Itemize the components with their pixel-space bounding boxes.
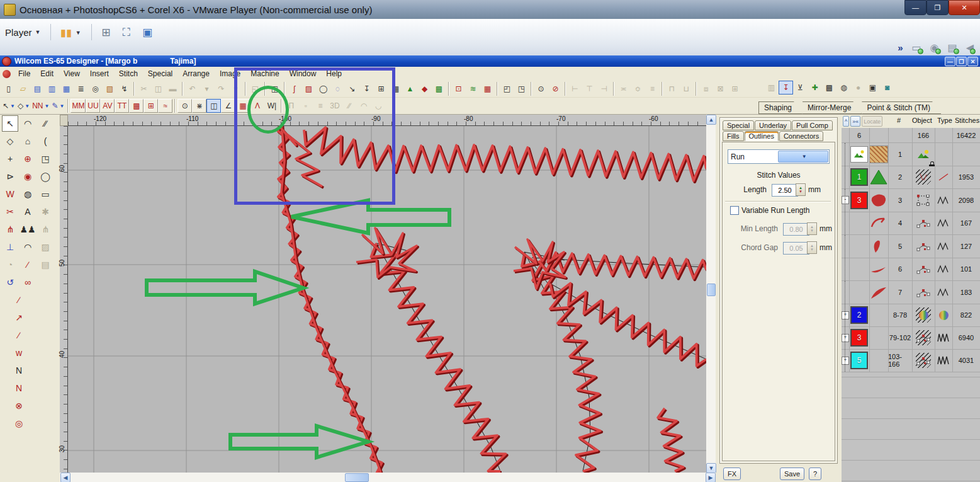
tool-team-people[interactable]: ♟♟ [20,221,36,238]
fan-stitch-icon[interactable]: ⋇ [192,99,206,113]
hard-disk-icon[interactable]: ▭ [911,42,921,54]
object-row-7[interactable]: 7183 [842,281,980,304]
object-icon-landscape[interactable] [912,143,935,166]
scroll-up-button[interactable]: ▲ [706,115,716,125]
vertical-scroll-thumb[interactable] [707,284,716,296]
object-icon-hatch-curve[interactable] [912,350,935,372]
needle-dark-icon[interactable]: ⊻ [793,81,808,95]
menu-arrange[interactable]: Arrange [177,67,215,80]
object-thumbnail[interactable] [869,350,888,372]
open-design-icon[interactable]: ▱ [16,82,30,96]
tool-scissors[interactable]: ✂ [2,204,18,220]
satin-stitch-icon[interactable]: MM [70,99,86,113]
object-icon-hatch-ball[interactable] [912,304,935,326]
tool-fork-gray[interactable]: ⋔ [37,221,54,238]
tab-fills[interactable]: Fills [723,131,744,141]
tool-select[interactable]: ↖ [2,115,18,132]
tab-connectors[interactable]: Connectors [779,131,823,141]
scroll-left-button[interactable]: ◀ [60,473,70,482]
tool-filled-n[interactable]: N [11,380,27,396]
align-center-icon[interactable]: ⊤ [582,82,597,96]
suspend-button[interactable]: ▮▮▼ [55,23,86,42]
menu-special[interactable]: Special [143,67,177,80]
unlock-icon[interactable]: ⊘ [548,82,563,96]
write-to-machine-icon[interactable]: ↯ [117,82,132,96]
tool-texture[interactable]: ▨ [37,239,54,255]
object-row-79-102[interactable]: +379-1026940 [842,327,980,350]
tab-special[interactable]: Special [723,120,754,130]
zigzag-stitch-icon[interactable]: AV [100,99,115,113]
tool-star-circle[interactable]: ⊗ [11,398,27,414]
tool-fork-red[interactable]: ⋔ [2,221,18,238]
object-row-6[interactable]: 6101 [842,258,980,282]
tool-ellipse[interactable]: ◯ [37,168,54,185]
tool-point-tool[interactable]: ⊳ [2,168,18,185]
cd-rom-icon[interactable]: ◉ [930,42,939,54]
dock-tab-point-stitch-tm-[interactable]: Point & Stitch (TM) [862,101,941,114]
scale-box-icon[interactable]: ⧈ [699,82,713,96]
expand-icon[interactable]: + [842,357,849,365]
expand-all-button[interactable]: »« [850,116,860,127]
wave-fill-icon[interactable]: ≈ [158,99,172,113]
horizontal-scrollbar[interactable]: ◀ ▶ [60,473,716,482]
tab-pull-comp[interactable]: Pull Comp [792,120,833,130]
save-button[interactable]: Save [780,468,804,480]
object-thumbnail[interactable] [869,189,888,212]
copy-icon[interactable]: ◫ [151,82,166,96]
zigzag-box-icon[interactable]: ◫ [206,99,221,113]
tool-chain[interactable]: ∞ [20,274,36,290]
tab-outlines[interactable]: Outlines [745,131,779,141]
object-row-1[interactable]: 1 [842,143,980,166]
ungroup-icon[interactable]: ⊔ [679,82,694,96]
length-spinner[interactable]: ▲▼ [796,183,806,196]
design-properties-icon[interactable]: ▦ [59,82,74,96]
object-thumbnail[interactable] [869,212,888,235]
loop-stitch-icon[interactable]: UU [86,99,100,113]
grid-z-icon[interactable]: ▩ [822,81,836,95]
printer-icon[interactable]: ▤ [948,42,957,54]
space-vertical-icon[interactable]: ≎ [631,82,645,96]
color-drop-icon[interactable]: ◆ [417,82,432,96]
align-left-icon[interactable]: ⊢ [568,82,582,96]
undo-icon[interactable]: ↶ [185,82,200,96]
tool-curve-nodes[interactable]: ◠ [20,239,36,255]
cut-icon[interactable]: ✂ [137,82,151,96]
tool-triple-run[interactable]: ↗ [11,309,27,326]
dotted-circle-icon[interactable]: ⊙ [177,99,192,113]
object-thumbnail[interactable] [869,166,888,189]
pen-tool-icon[interactable]: ✎▼ [50,99,65,113]
object-row-8-78[interactable]: +28-78822 [842,304,980,327]
help-button[interactable]: ? [809,468,821,480]
object-icon-hatch-box[interactable] [912,166,935,189]
fx-button[interactable]: FX [723,468,741,480]
group-icon[interactable]: ⊓ [665,82,679,96]
tool-fan2[interactable]: ◔ [2,256,18,273]
menu-edit[interactable]: Edit [35,67,59,80]
object-row-3[interactable]: -332098 [842,189,980,212]
tool-reshape[interactable]: ◠ [20,115,36,132]
print-preview-icon[interactable]: ◎ [88,82,103,96]
tool-anchor[interactable]: ⊥ [2,239,18,255]
expand-icon[interactable]: + [842,311,849,319]
tool-stemstitch[interactable]: ∕ [11,327,27,343]
object-thumbnail[interactable] [869,143,888,166]
color-chip[interactable]: 3 [850,192,868,209]
print-icon[interactable]: ≣ [74,82,88,96]
object-thumbnail[interactable] [869,304,888,326]
reshape-tool-icon[interactable]: ◇▼ [16,99,31,113]
tool-rectangle[interactable]: ▭ [37,186,54,202]
tool-lettering[interactable]: A [20,204,36,220]
object-icon-curve[interactable] [912,258,935,281]
wilcom-close-button[interactable]: ✕ [967,57,978,66]
player-menu[interactable]: Player▼ [0,23,45,42]
object-thumbnail[interactable] [869,258,888,281]
vm-close-button[interactable]: ✕ [949,0,980,15]
tool-stitch-w[interactable]: W [2,186,18,202]
object-thumbnail[interactable] [869,327,888,349]
tool-open-n[interactable]: N [11,362,27,379]
color-grid-icon[interactable]: ▦ [480,82,495,96]
scroll-down-button[interactable]: ▼ [706,463,716,473]
vm-maximize-button[interactable]: ❐ [926,0,949,15]
sound-icon[interactable]: ◀ [966,42,974,54]
new-design-icon[interactable]: ▯ [1,82,16,96]
